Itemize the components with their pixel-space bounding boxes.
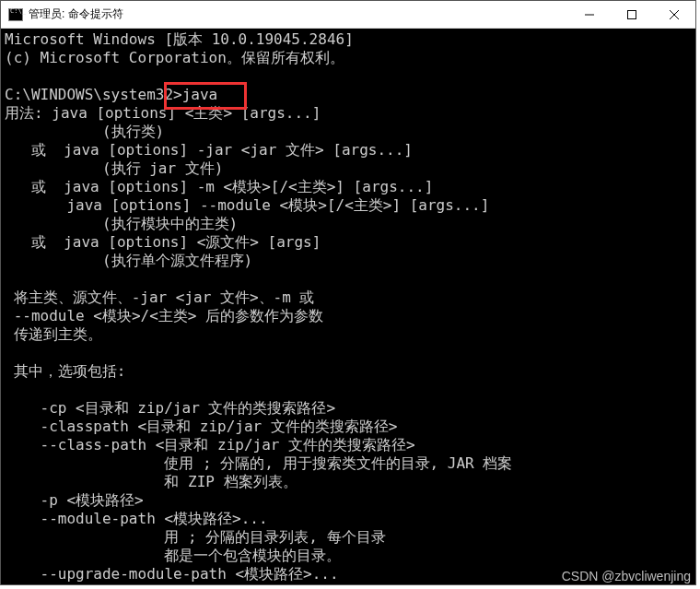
cmd-window: 管理员: 命令提示符 Microsoft Windows [版本 10.0.19… — [0, 0, 696, 585]
window-title: 管理员: 命令提示符 — [29, 6, 568, 22]
terminal-output[interactable]: Microsoft Windows [版本 10.0.19045.2846] (… — [1, 29, 695, 584]
cmd-icon — [8, 8, 23, 21]
minimize-button[interactable] — [568, 1, 611, 28]
svg-rect-1 — [628, 10, 636, 18]
titlebar[interactable]: 管理员: 命令提示符 — [1, 1, 695, 29]
window-controls — [568, 1, 695, 28]
maximize-button[interactable] — [611, 1, 653, 28]
close-button[interactable] — [653, 1, 695, 28]
